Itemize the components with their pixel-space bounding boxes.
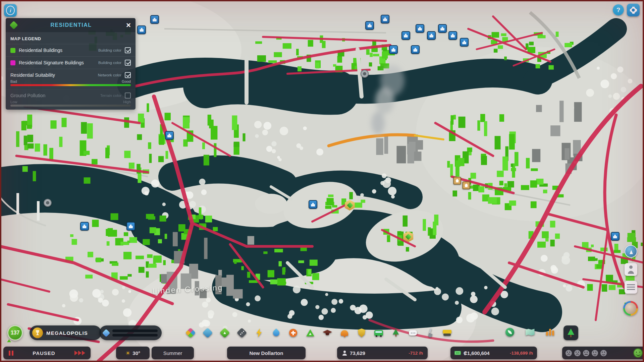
- water-tool-button[interactable]: [269, 326, 283, 340]
- legend-row-label: Residential Signature Buildings: [19, 60, 95, 65]
- city-service-map-marker[interactable]: [80, 222, 89, 231]
- happy-face-icon[interactable]: [600, 350, 607, 356]
- residential-buildings-checkbox[interactable]: [125, 47, 131, 53]
- suitability-scale: Bad Good: [10, 79, 131, 86]
- settings-button[interactable]: [627, 4, 640, 16]
- facility-map-marker[interactable]: [44, 199, 52, 207]
- legend-row-mode: Network color: [98, 73, 121, 77]
- bar-chart-tool-button[interactable]: [543, 325, 557, 339]
- sad-face-icon[interactable]: [574, 350, 581, 356]
- eco-tool-button[interactable]: [503, 325, 517, 339]
- city-service-map-marker[interactable]: [381, 15, 389, 23]
- population-rate: -712 /h: [409, 351, 423, 356]
- terrain-tool-button[interactable]: [218, 326, 231, 340]
- info-button[interactable]: i: [4, 4, 17, 17]
- map-tool-button[interactable]: [523, 325, 537, 339]
- temperature-widget[interactable]: ☀ 30°: [116, 347, 150, 359]
- city-service-map-marker[interactable]: [165, 131, 174, 140]
- game-screen: Linden Crossing i ? RESIDENTIAL × MAP LE…: [0, 0, 644, 362]
- city-service-map-marker[interactable]: [365, 21, 374, 30]
- healthcare-tool-button[interactable]: [286, 326, 300, 340]
- facility-map-marker[interactable]: [361, 70, 369, 78]
- suitability-checkbox[interactable]: [125, 72, 131, 78]
- fire-rescue-tool-button[interactable]: [338, 326, 351, 340]
- city-service-map-marker[interactable]: [460, 38, 469, 47]
- city-service-map-marker[interactable]: [309, 200, 317, 209]
- legend-row-label: Ground Pollution: [10, 93, 97, 98]
- water-icon: [272, 328, 281, 338]
- landscaping-tool-button[interactable]: [423, 326, 437, 340]
- house-map-marker[interactable]: [463, 181, 470, 189]
- suitability-gradient-bar: [10, 84, 131, 86]
- city-service-map-marker[interactable]: [389, 45, 398, 54]
- citizen-card-button[interactable]: [625, 263, 637, 276]
- compass-button[interactable]: [625, 245, 637, 258]
- info-icon: i: [6, 6, 15, 15]
- roads-tool-button[interactable]: [235, 326, 249, 340]
- landscaping-icon: [426, 328, 434, 337]
- toolbar-right-tools: [503, 325, 578, 340]
- bulldozer-tool-button[interactable]: [440, 326, 454, 340]
- pollution-scale: Low High: [10, 100, 131, 107]
- treasury-widget[interactable]: ₡1,600,604 -138,699 /h: [450, 347, 537, 359]
- city-service-map-marker[interactable]: [438, 24, 447, 33]
- city-service-map-marker[interactable]: [611, 232, 620, 241]
- city-service-map-marker[interactable]: [411, 45, 420, 54]
- police-tool-button[interactable]: [355, 326, 368, 340]
- legend-row-mode: Building color: [98, 48, 121, 52]
- level-badge[interactable]: 137: [7, 325, 23, 341]
- help-icon: ?: [616, 6, 621, 14]
- eco-icon: [505, 328, 514, 337]
- scale-high-label: Good: [122, 79, 131, 83]
- city-service-map-marker[interactable]: [137, 25, 146, 34]
- city-name-widget[interactable]: New Dollarton: [227, 347, 306, 359]
- map-legend-heading: MAP LEGEND: [6, 32, 136, 44]
- garbage-tool-button[interactable]: [304, 326, 317, 340]
- signature-buildings-checkbox[interactable]: [125, 60, 131, 66]
- content-face-icon[interactable]: [592, 350, 598, 356]
- city-name: New Dollarton: [250, 350, 283, 356]
- map-icon: [526, 329, 535, 336]
- notes-button[interactable]: [625, 281, 637, 294]
- scale-low-label: Low: [10, 100, 17, 104]
- crying-face-icon[interactable]: [566, 350, 572, 356]
- areas-tool-button[interactable]: [201, 326, 214, 340]
- zones-tool-button[interactable]: [184, 326, 197, 340]
- legend-row-signature-buildings: Residential Signature Buildings Building…: [6, 56, 136, 69]
- city-service-map-marker[interactable]: [427, 31, 436, 40]
- neutral-face-icon[interactable]: [583, 350, 589, 356]
- transport-tool-button[interactable]: [372, 326, 385, 340]
- communications-tool-button[interactable]: [406, 326, 420, 340]
- speed-fast-forward-button[interactable]: [73, 349, 87, 357]
- bar-chart-icon: [549, 329, 551, 336]
- infoview-title: RESIDENTIAL: [17, 22, 125, 28]
- signature-beacon-map-marker[interactable]: [403, 231, 413, 242]
- parks-tool-button[interactable]: [389, 326, 402, 340]
- milestone-button[interactable]: MEGALOPOLIS: [30, 325, 101, 340]
- city-service-map-marker[interactable]: [126, 222, 135, 231]
- garbage-icon: [306, 329, 314, 337]
- house-map-marker[interactable]: [453, 177, 461, 184]
- signature-beacon-map-marker[interactable]: [345, 200, 355, 210]
- population-icon: [342, 351, 347, 356]
- city-service-map-marker[interactable]: [150, 15, 159, 24]
- overall-happiness-face[interactable]: [633, 348, 643, 358]
- city-service-map-marker[interactable]: [416, 24, 424, 33]
- population-widget[interactable]: 73,629 -712 /h: [337, 347, 428, 359]
- season-widget[interactable]: Summer: [152, 347, 194, 359]
- progression-progress-button[interactable]: [99, 325, 162, 340]
- season-label: Summer: [163, 350, 182, 356]
- city-service-map-marker[interactable]: [448, 31, 457, 40]
- help-button[interactable]: ?: [613, 4, 624, 15]
- close-button[interactable]: ×: [125, 21, 131, 29]
- avatar-ring-button[interactable]: [623, 301, 638, 316]
- electricity-tool-button[interactable]: [252, 326, 266, 340]
- pine-tree-tool-button[interactable]: [564, 325, 578, 340]
- education-tool-button[interactable]: [321, 326, 334, 340]
- legend-row-residential-buildings: Residential Buildings Building color: [6, 44, 136, 56]
- pause-button[interactable]: [7, 349, 15, 357]
- happiness-faces: [566, 350, 607, 356]
- city-service-map-marker[interactable]: [401, 31, 410, 40]
- pine-tree-icon: [567, 328, 575, 337]
- ground-pollution-checkbox[interactable]: [125, 93, 131, 99]
